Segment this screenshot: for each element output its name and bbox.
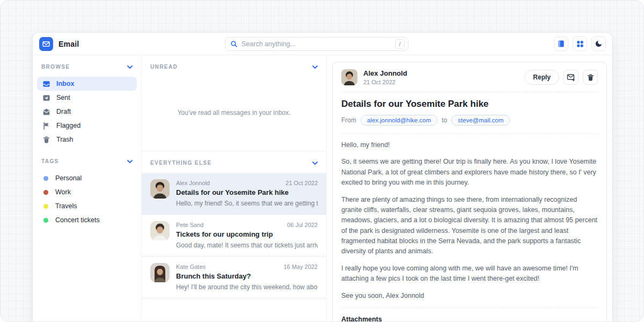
trash-icon (42, 136, 50, 144)
dark-mode-button[interactable] (591, 36, 606, 51)
tag-item-concert-tickets[interactable]: Concert tickets (37, 213, 137, 227)
tag-dot (43, 176, 48, 181)
app-header: Email / (33, 33, 612, 55)
mail-sender: Alex Jonnold (176, 180, 210, 186)
tag-dot (43, 190, 48, 195)
flag-icon (42, 122, 50, 130)
mail-detail-card: Alex Jonnold 21 Oct 2022 Reply (332, 62, 607, 322)
mail-list-item[interactable]: Alex Jonnold 21 Oct 2022 Details for our… (142, 173, 326, 215)
search-shortcut-badge: / (395, 39, 405, 49)
detail-date: 21 Oct 2022 (363, 79, 407, 85)
mail-preview: Good day, mate! It seems that our ticket… (176, 241, 318, 249)
sidebar-item-label: Sent (56, 94, 70, 101)
trash-icon (587, 74, 595, 82)
chevron-down-icon[interactable] (312, 162, 318, 165)
to-email-chip[interactable]: steve@mail.com (451, 115, 510, 126)
browse-label: BROWSE (41, 64, 70, 70)
draft-icon (42, 108, 50, 116)
mail-preview: Hey! I'll be around the city this weeken… (176, 283, 318, 291)
app-logo (39, 37, 53, 51)
mail-paragraph: I really hope you love coming along with… (341, 264, 598, 284)
book-icon (557, 40, 565, 48)
mail-date: 21 Oct 2022 (286, 180, 318, 186)
sent-icon (42, 94, 50, 102)
unread-label: UNREAD (150, 64, 178, 70)
inbox-icon (42, 80, 50, 88)
search-icon (230, 40, 238, 48)
divider (341, 92, 598, 92)
apps-grid-button[interactable] (573, 36, 587, 51)
chevron-down-icon[interactable] (312, 65, 318, 69)
browse-section-header[interactable]: BROWSE (33, 64, 141, 70)
mail-list-item[interactable]: Kate Gates 16 May 2022 Brunch this Satur… (142, 257, 326, 298)
unread-section-header[interactable]: UNREAD (142, 64, 326, 70)
sidebar-item-label: Draft (56, 108, 71, 115)
mail-sender: Kate Gates (176, 264, 206, 270)
tag-label: Work (55, 188, 71, 196)
sidebar-item-label: Flagged (56, 122, 80, 129)
avatar (150, 179, 170, 199)
sidebar-item-sent[interactable]: Sent (37, 91, 137, 105)
mail-preview: Hello, my friend! So, it seems that we a… (176, 200, 318, 207)
avatar (150, 263, 170, 282)
tag-dot (43, 204, 48, 209)
tag-label: Personal (55, 174, 82, 182)
reply-button[interactable]: Reply (524, 70, 559, 85)
sidebar-item-draft[interactable]: Draft (37, 105, 137, 119)
sidebar-item-flagged[interactable]: Flagged (37, 119, 137, 133)
tags-section-header[interactable]: TAGS (33, 158, 141, 164)
everything-else-section-header[interactable]: EVERYTHING ELSE (142, 151, 326, 166)
attachments-label: Attachments (341, 316, 598, 322)
mail-paragraph: So, it seems we are getting there! Our t… (341, 157, 598, 188)
delete-mail-button[interactable] (583, 70, 598, 85)
tag-item-personal[interactable]: Personal (37, 171, 137, 185)
mail-detail-pane: Alex Jonnold 21 Oct 2022 Reply (327, 55, 612, 322)
mail-subject: Tickets for our upcoming trip (176, 230, 318, 238)
detail-subject: Details for our Yosemite Park hike (341, 99, 598, 109)
tag-label: Concert tickets (55, 216, 100, 224)
mail-subject: Details for our Yosemite Park hike (176, 188, 318, 196)
tag-item-travels[interactable]: Travels (37, 199, 137, 213)
search-bar[interactable]: / (225, 37, 408, 51)
envelope-icon (42, 40, 50, 48)
sidebar-item-trash[interactable]: Trash (37, 133, 137, 147)
tags-label: TAGS (41, 158, 59, 164)
from-email-chip[interactable]: alex.jonnold@hike.com (361, 115, 437, 126)
tag-label: Travels (55, 202, 77, 210)
sidebar-item-label: Inbox (56, 80, 74, 87)
tags-list: Personal Work Travels Concert tickets (33, 171, 141, 227)
mail-paragraph: Hello, my friend! (341, 140, 598, 150)
mail-sender: Pete Sand (176, 222, 203, 228)
mail-paragraph: There are plenty of amazing things to se… (341, 195, 598, 257)
moon-icon (595, 40, 603, 48)
header-actions (554, 36, 606, 51)
chevron-down-icon[interactable] (127, 65, 133, 69)
mail-list-column: UNREAD You've read all messages in your … (141, 55, 327, 322)
tag-item-work[interactable]: Work (37, 185, 137, 199)
mail-list-item[interactable]: Pete Sand 06 Jul 2022 Tickets for our up… (142, 215, 326, 257)
sidebar-item-label: Trash (56, 136, 74, 143)
forward-mail-button[interactable] (564, 70, 579, 85)
detail-sender-name: Alex Jonnold (363, 69, 407, 77)
mail-body: Hello, my friend! So, it seems we are ge… (341, 140, 598, 301)
from-to-row: From alex.jonnold@hike.com to steve@mail… (341, 115, 598, 126)
app-title: Email (58, 40, 79, 48)
unread-empty-message: You've read all messages in your inbox. (142, 77, 326, 151)
search-input[interactable] (241, 40, 395, 48)
avatar (341, 69, 357, 85)
to-label: to (442, 116, 447, 124)
sidebar-item-inbox[interactable]: Inbox (37, 77, 137, 91)
email-app-window: Email / (32, 32, 613, 322)
everything-else-label: EVERYTHING ELSE (150, 160, 212, 166)
page-background: Email / (0, 0, 644, 322)
from-label: From (341, 116, 356, 124)
divider (341, 308, 598, 308)
detail-actions: Reply (524, 70, 598, 85)
book-button[interactable] (554, 36, 568, 51)
mail-signoff: See you soon, Alex Jonnold (341, 291, 598, 301)
divider (341, 133, 598, 134)
grid-icon (576, 40, 584, 48)
detail-header: Alex Jonnold 21 Oct 2022 Reply (341, 69, 598, 85)
mail-date: 06 Jul 2022 (287, 222, 318, 228)
chevron-down-icon[interactable] (127, 160, 133, 163)
